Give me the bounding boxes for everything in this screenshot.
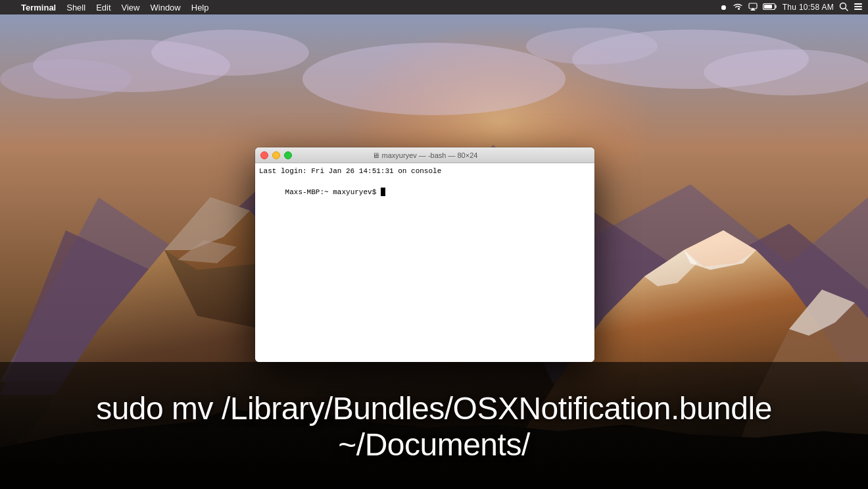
svg-rect-32 <box>775 5 777 9</box>
command-display: sudo mv /Library/Bundles/OSXNotification… <box>0 390 868 463</box>
window-buttons <box>260 151 292 159</box>
svg-point-3 <box>151 30 309 76</box>
terminal-content[interactable]: Last login: Fri Jan 26 14:51:31 on conso… <box>255 163 594 362</box>
battery-icon <box>763 3 777 12</box>
close-button[interactable] <box>260 151 268 159</box>
screen-record-icon: ⏺ <box>720 3 727 11</box>
time-display: Thu 10:58 AM <box>783 3 834 12</box>
menubar-right: ⏺ Thu 10:58 AM <box>720 2 863 13</box>
svg-point-8 <box>302 43 566 115</box>
svg-rect-38 <box>854 9 862 10</box>
svg-point-7 <box>526 28 658 64</box>
minimize-button[interactable] <box>272 151 280 159</box>
svg-rect-37 <box>854 6 862 7</box>
menu-window[interactable]: Window <box>145 0 186 14</box>
app-name[interactable]: Terminal <box>16 0 61 14</box>
svg-point-6 <box>704 49 868 95</box>
menubar: Terminal Shell Edit View Window Help ⏺ <box>0 0 868 14</box>
terminal-titlebar: 🖥 maxyuryev — -bash — 80×24 <box>255 147 594 163</box>
svg-rect-36 <box>854 3 862 5</box>
terminal-icon: 🖥 <box>372 151 379 159</box>
menu-shell[interactable]: Shell <box>61 0 91 14</box>
svg-line-35 <box>846 8 848 11</box>
svg-rect-30 <box>749 3 757 9</box>
spotlight-icon[interactable] <box>839 2 848 13</box>
apple-menu[interactable] <box>5 0 16 14</box>
terminal-title: 🖥 maxyuryev — -bash — 80×24 <box>372 151 478 159</box>
airplay-icon <box>748 3 758 13</box>
terminal-window: 🖥 maxyuryev — -bash — 80×24 Last login: … <box>255 147 594 362</box>
terminal-cursor <box>381 188 385 196</box>
menu-edit[interactable]: Edit <box>91 0 116 14</box>
menu-view[interactable]: View <box>116 0 145 14</box>
bottom-text-overlay: sudo mv /Library/Bundles/OSXNotification… <box>0 390 868 463</box>
menu-help[interactable]: Help <box>186 0 214 14</box>
menubar-left: Terminal Shell Edit View Window Help <box>5 0 720 14</box>
maximize-button[interactable] <box>284 151 292 159</box>
svg-point-4 <box>0 59 132 99</box>
terminal-line-1: Last login: Fri Jan 26 14:51:31 on conso… <box>259 166 591 176</box>
notification-center-icon[interactable] <box>854 3 863 13</box>
terminal-line-2: Maxs-MBP:~ maxyuryev$ <box>259 176 591 208</box>
svg-rect-33 <box>764 5 772 9</box>
wifi-icon <box>733 3 743 13</box>
